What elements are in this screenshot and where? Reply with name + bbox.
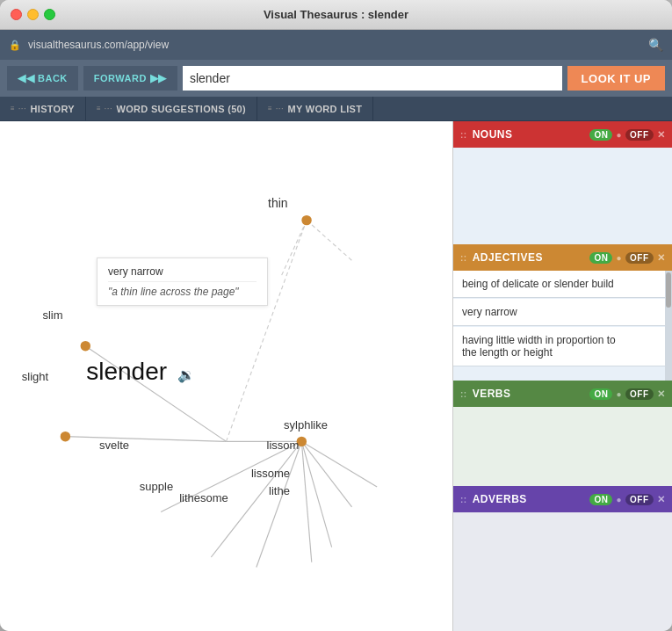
word-lissom[interactable]: lissom	[267, 439, 300, 452]
nouns-off-toggle[interactable]: OFF	[625, 129, 654, 141]
nouns-on-toggle[interactable]: ON	[589, 129, 612, 141]
nouns-close-icon[interactable]: ✕	[657, 129, 666, 141]
verbs-off-toggle[interactable]: OFF	[625, 388, 654, 400]
word-slim[interactable]: slim	[42, 308, 62, 322]
window-title: Visual Thesaurus : slender	[264, 8, 408, 21]
word-lithe[interactable]: lithe	[269, 484, 290, 497]
maximize-button[interactable]	[44, 9, 55, 20]
adj-def-3[interactable]: having little width in proportion tothe …	[453, 327, 672, 366]
toolbar: ◀◀ BACK FORWARD ▶▶ LOOK IT UP	[0, 60, 672, 97]
adverbs-label: ADVERBS	[473, 493, 527, 505]
verbs-on-toggle[interactable]: ON	[589, 388, 612, 400]
nouns-section: :: NOUNS ON ● OFF ✕	[453, 121, 672, 244]
addressbar: 🔒 visualthesaurus.com/app/view 🔍	[0, 30, 672, 60]
tab-dots-icon: ≡ ···	[11, 105, 27, 112]
tab-dots-icon: ≡ ···	[268, 105, 285, 112]
app-window: Visual Thesaurus : slender 🔒 visualthesa…	[0, 0, 672, 631]
verbs-content	[453, 407, 672, 486]
verbs-close-icon[interactable]: ✕	[657, 388, 666, 400]
word-lissome[interactable]: lissome	[251, 467, 290, 480]
svg-point-16	[81, 341, 90, 351]
svg-line-12	[307, 221, 352, 261]
graph-svg	[0, 121, 452, 631]
tab-my-word-list[interactable]: ≡ ··· MY WORD LIST	[257, 97, 373, 120]
verbs-toggle-dot: ●	[616, 389, 622, 399]
tabs-row: ≡ ··· HISTORY ≡ ··· WORD SUGGESTIONS (50…	[0, 97, 672, 121]
scrollbar-track	[665, 271, 672, 381]
lock-icon: 🔒	[9, 40, 21, 51]
forward-label: FORWARD	[94, 73, 147, 83]
word-slight[interactable]: slight	[22, 370, 48, 383]
adj-on-toggle[interactable]: ON	[589, 252, 612, 264]
adverbs-on-toggle[interactable]: ON	[589, 494, 612, 505]
word-lithesome[interactable]: lithesome	[179, 491, 228, 504]
verbs-label: VERBS	[473, 388, 511, 400]
word-sylphlike[interactable]: sylphlike	[284, 418, 328, 432]
verbs-drag-icon: ::	[460, 389, 467, 399]
lookup-button[interactable]: LOOK IT UP	[567, 66, 665, 91]
scrollbar-thumb[interactable]	[666, 272, 671, 308]
minimize-button[interactable]	[27, 9, 39, 20]
adj-toggle-group: ON ● OFF ✕	[589, 252, 665, 264]
adverbs-off-toggle[interactable]: OFF	[625, 494, 654, 505]
word-slender[interactable]: slender 🔉	[86, 358, 195, 386]
right-panel: :: NOUNS ON ● OFF ✕ :: ADJECTIVES	[452, 121, 672, 631]
search-icon[interactable]: 🔍	[648, 38, 663, 52]
adverbs-section: :: ADVERBS ON ● OFF ✕	[453, 486, 672, 512]
tab-history[interactable]: ≡ ··· HISTORY	[0, 97, 86, 120]
adj-def-2[interactable]: very narrow	[453, 299, 672, 326]
url-display: visualthesaurus.com/app/view	[28, 39, 641, 51]
adj-drag-icon: ::	[460, 253, 467, 263]
forward-arrow-icon: ▶▶	[150, 72, 167, 84]
adverbs-toggle-group: ON ● OFF ✕	[589, 494, 665, 505]
verbs-section: :: VERBS ON ● OFF ✕	[453, 381, 672, 486]
graph-area: very narrow "a thin line across the page…	[0, 121, 452, 631]
svg-point-15	[301, 215, 311, 225]
adj-toggle-dot: ●	[616, 253, 622, 263]
nouns-drag-icon: ::	[460, 130, 467, 140]
verbs-toggle-group: ON ● OFF ✕	[589, 388, 665, 400]
nouns-toggle-dot: ●	[616, 130, 622, 140]
adjectives-section: :: ADJECTIVES ON ● OFF ✕ being of delica…	[453, 244, 672, 381]
nouns-label: NOUNS	[473, 128, 513, 141]
adverbs-close-icon[interactable]: ✕	[657, 494, 666, 505]
svg-line-2	[65, 437, 226, 442]
sound-icon[interactable]: 🔉	[177, 367, 195, 382]
main-content: very narrow "a thin line across the page…	[0, 121, 672, 631]
tab-my-word-list-label: MY WORD LIST	[288, 104, 363, 114]
tab-word-suggestions[interactable]: ≡ ··· WORD SUGGESTIONS (50)	[86, 97, 257, 120]
titlebar: Visual Thesaurus : slender	[0, 0, 672, 30]
traffic-lights	[11, 9, 55, 20]
svg-line-0	[227, 221, 307, 442]
back-button[interactable]: ◀◀ BACK	[7, 66, 78, 91]
adverbs-toggle-dot: ●	[616, 495, 622, 504]
nouns-content	[453, 148, 672, 244]
close-button[interactable]	[11, 9, 22, 20]
svg-point-17	[61, 432, 70, 441]
verbs-header: :: VERBS ON ● OFF ✕	[453, 381, 672, 407]
tooltip-def2: "a thin line across the page"	[108, 286, 257, 298]
adjectives-content: being of delicate or slender build very …	[453, 271, 672, 381]
forward-button[interactable]: FORWARD ▶▶	[83, 66, 177, 91]
adj-off-toggle[interactable]: OFF	[625, 252, 654, 264]
tooltip-def1: very narrow	[108, 265, 257, 282]
adverbs-drag-icon: ::	[460, 495, 467, 504]
search-input[interactable]	[183, 66, 562, 91]
adj-def-1[interactable]: being of delicate or slender build	[453, 271, 672, 298]
definition-tooltip: very narrow "a thin line across the page…	[97, 257, 268, 306]
svg-line-6	[301, 441, 351, 506]
back-arrow-icon: ◀◀	[18, 72, 34, 84]
word-supple[interactable]: supple	[140, 480, 173, 493]
nouns-header: :: NOUNS ON ● OFF ✕	[453, 121, 672, 148]
tab-history-label: HISTORY	[31, 104, 75, 114]
nouns-toggle-group: ON ● OFF ✕	[589, 129, 665, 141]
word-thin[interactable]: thin	[268, 196, 288, 210]
tab-dots-icon: ≡ ···	[97, 105, 113, 112]
tab-word-suggestions-label: WORD SUGGESTIONS (50)	[117, 104, 246, 114]
word-svelte[interactable]: svelte	[99, 439, 129, 452]
adj-close-icon[interactable]: ✕	[657, 252, 666, 264]
adjectives-header: :: ADJECTIVES ON ● OFF ✕	[453, 244, 672, 271]
adverbs-header: :: ADVERBS ON ● OFF ✕	[453, 486, 672, 512]
adjectives-label: ADJECTIVES	[473, 251, 543, 264]
svg-line-11	[281, 221, 307, 276]
